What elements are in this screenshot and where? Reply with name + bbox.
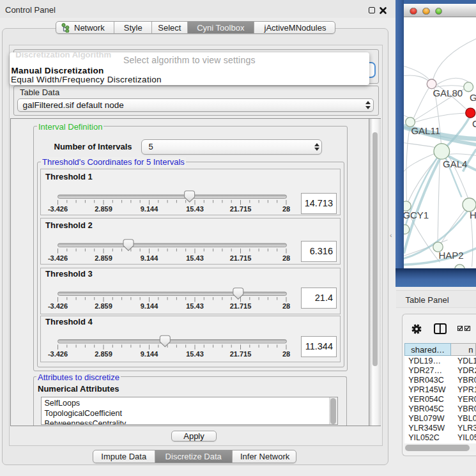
svg-text:GAL11: GAL11 bbox=[411, 125, 440, 136]
svg-text:H: H bbox=[470, 210, 476, 220]
svg-text:GAL80: GAL80 bbox=[433, 88, 463, 98]
svg-text:C: C bbox=[472, 118, 476, 129]
svg-text:GAL4: GAL4 bbox=[443, 158, 467, 169]
svg-text:GCY1: GCY1 bbox=[404, 210, 429, 220]
svg-text:HAP2: HAP2 bbox=[438, 250, 463, 261]
svg-text:GA: GA bbox=[470, 92, 476, 103]
